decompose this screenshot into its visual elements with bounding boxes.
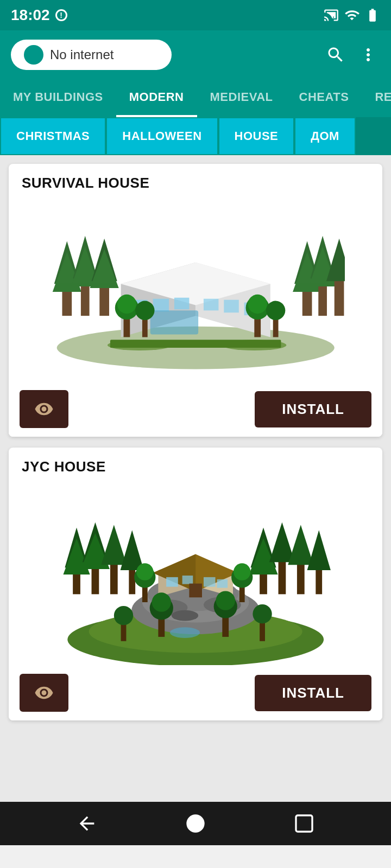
svg-rect-23 (174, 298, 190, 310)
svg-rect-27 (150, 310, 198, 334)
tab-my-buildings[interactable]: MY BUILDINGS (0, 79, 116, 117)
more-icon (358, 45, 378, 65)
svg-marker-59 (288, 525, 313, 565)
eye-icon (34, 399, 54, 419)
install-button-survival-house[interactable]: INSTALL (255, 391, 371, 427)
view-button-survival-house[interactable] (20, 390, 68, 428)
svg-point-91 (114, 606, 133, 625)
status-time: 18:02 ! (11, 7, 67, 24)
install-button-jyc-house[interactable]: INSTALL (255, 675, 371, 711)
tab-cheats[interactable]: CHEATS (286, 79, 362, 117)
svg-rect-22 (153, 299, 168, 312)
svg-marker-52 (120, 530, 143, 570)
svg-rect-40 (110, 340, 281, 348)
category-chips: CHRISTMAS HALLOWEEN HOUSE ДОМ (0, 117, 391, 155)
back-icon (76, 813, 98, 834)
jyc-house-illustration (46, 481, 345, 665)
svg-point-32 (117, 295, 136, 314)
svg-marker-61 (307, 530, 330, 570)
svg-point-93 (253, 604, 272, 623)
battery-icon (365, 8, 380, 23)
chip-house[interactable]: HOUSE (218, 117, 295, 155)
svg-rect-73 (182, 576, 193, 584)
svg-point-37 (248, 295, 267, 314)
status-icons (324, 8, 380, 23)
back-button[interactable] (74, 810, 100, 837)
card-survival-house: SURVIVAL HOUSE (9, 164, 382, 437)
card-actions-survival-house: INSTALL (9, 381, 382, 437)
eye-icon-2 (34, 683, 54, 703)
search-button[interactable] (324, 43, 348, 67)
svg-rect-76 (189, 584, 202, 598)
survival-house-illustration (46, 197, 345, 381)
svg-rect-56 (278, 557, 286, 595)
tab-medieval[interactable]: MEDIEVAL (197, 79, 286, 117)
no-internet-badge: No internet (11, 40, 172, 70)
svg-rect-25 (224, 300, 239, 313)
chip-halloween[interactable]: HALLOWEEN (106, 117, 218, 155)
svg-point-79 (136, 563, 153, 580)
card-jyc-house: JYC HOUSE (9, 448, 382, 720)
alert-icon: ! (55, 9, 67, 21)
chip-dom[interactable]: ДОМ (294, 117, 356, 155)
content-area: SURVIVAL HOUSE (0, 155, 391, 737)
time-display: 18:02 (11, 7, 50, 24)
svg-point-39 (266, 301, 285, 320)
nav-tabs: MY BUILDINGS MODERN MEDIEVAL CHEATS REDS… (0, 79, 391, 117)
svg-rect-24 (204, 299, 219, 311)
status-bar: 18:02 ! (0, 0, 391, 30)
svg-rect-16 (335, 276, 344, 316)
connection-dot (24, 45, 43, 65)
home-button[interactable] (182, 810, 209, 837)
card-title-survival-house: SURVIVAL HOUSE (9, 164, 382, 197)
svg-point-88 (216, 591, 235, 610)
card-actions-jyc-house: INSTALL (9, 665, 382, 720)
svg-rect-75 (217, 579, 228, 588)
toolbar: No internet (0, 30, 391, 79)
search-icon (326, 45, 345, 65)
svg-point-94 (186, 814, 204, 832)
svg-point-34 (135, 301, 154, 320)
card-image-survival-house (9, 197, 382, 381)
bottom-nav-bar (0, 802, 391, 845)
recents-icon (293, 813, 315, 834)
card-image-jyc-house (9, 481, 382, 665)
svg-rect-72 (166, 577, 178, 587)
chip-christmas[interactable]: CHRISTMAS (0, 117, 106, 155)
wifi-icon (344, 8, 360, 23)
svg-marker-50 (101, 525, 127, 565)
svg-point-67 (172, 610, 198, 621)
tab-modern[interactable]: MODERN (116, 79, 197, 117)
recents-button[interactable] (291, 810, 317, 837)
more-menu-button[interactable] (356, 43, 380, 67)
tab-redstone[interactable]: REDSTON (362, 79, 391, 117)
svg-point-85 (152, 592, 171, 611)
bottom-spacer (0, 737, 391, 802)
home-icon (185, 813, 206, 834)
cast-icon (324, 8, 339, 23)
svg-rect-74 (204, 577, 216, 587)
view-button-jyc-house[interactable] (20, 674, 68, 712)
card-title-jyc-house: JYC HOUSE (9, 448, 382, 481)
svg-point-82 (234, 563, 250, 580)
svg-rect-95 (296, 815, 312, 832)
svg-point-89 (170, 627, 200, 638)
no-internet-label: No internet (50, 47, 113, 62)
